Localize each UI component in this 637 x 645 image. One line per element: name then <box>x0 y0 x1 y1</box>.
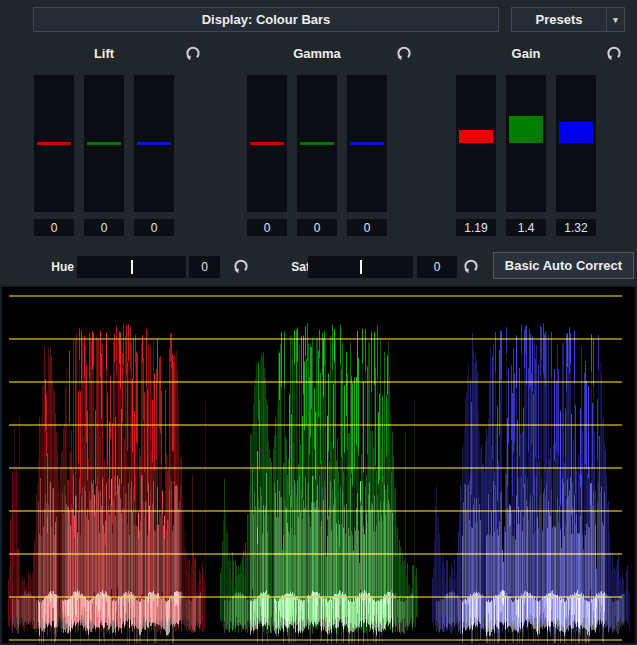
sat-label: Sat <box>276 256 310 278</box>
slider-level-mark <box>509 116 543 143</box>
gain-reset-icon[interactable] <box>605 44 623 62</box>
lift-red-slider[interactable] <box>34 75 74 212</box>
presets-label: Presets <box>512 8 606 31</box>
sat-slider-thumb[interactable] <box>360 260 362 274</box>
hue-slider-thumb[interactable] <box>131 260 133 274</box>
slider-level-mark <box>350 142 384 145</box>
hue-reset-icon[interactable] <box>232 257 250 275</box>
gamma-blue-slider[interactable] <box>347 75 387 212</box>
chevron-down-icon[interactable]: ▾ <box>607 8 624 31</box>
gain-red-value[interactable]: 1.19 <box>456 219 496 236</box>
gamma-reset-icon[interactable] <box>395 44 413 62</box>
waveform-canvas <box>0 285 637 645</box>
slider-level-mark <box>459 130 493 143</box>
gain-green-value[interactable]: 1.4 <box>506 219 546 236</box>
gamma-section-label: Gamma <box>247 46 387 61</box>
hue-label: Hue <box>40 256 74 278</box>
basic-auto-correct-button[interactable]: Basic Auto Correct <box>493 252 634 279</box>
lift-reset-icon[interactable] <box>184 44 202 62</box>
sat-value[interactable]: 0 <box>417 256 457 278</box>
gamma-green-slider[interactable] <box>297 75 337 212</box>
gamma-red-value[interactable]: 0 <box>247 219 287 236</box>
gamma-green-value[interactable]: 0 <box>297 219 337 236</box>
gain-green-slider[interactable] <box>506 75 546 212</box>
lift-blue-value[interactable]: 0 <box>134 219 174 236</box>
basic-auto-correct-label: Basic Auto Correct <box>505 258 622 273</box>
gain-section-label: Gain <box>456 46 596 61</box>
hue-slider[interactable] <box>77 256 186 278</box>
slider-level-mark <box>250 142 284 145</box>
slider-level-mark <box>300 142 334 145</box>
gamma-red-slider[interactable] <box>247 75 287 212</box>
slider-level-mark <box>37 142 71 145</box>
presets-button[interactable]: Presets ▾ <box>511 7 625 32</box>
display-mode-button[interactable]: Display: Colour Bars <box>33 7 499 32</box>
hue-value[interactable]: 0 <box>189 256 220 278</box>
slider-level-mark <box>87 142 121 145</box>
gain-red-slider[interactable] <box>456 75 496 212</box>
lift-section-label: Lift <box>34 46 174 61</box>
lift-blue-slider[interactable] <box>134 75 174 212</box>
gain-blue-value[interactable]: 1.32 <box>556 219 596 236</box>
lift-green-value[interactable]: 0 <box>84 219 124 236</box>
display-mode-label: Display: Colour Bars <box>202 12 331 27</box>
slider-level-mark <box>137 142 171 145</box>
gamma-blue-value[interactable]: 0 <box>347 219 387 236</box>
gain-blue-slider[interactable] <box>556 75 596 212</box>
colour-correction-panel: Display: Colour Bars Presets ▾ Lift Gamm… <box>0 0 637 645</box>
sat-reset-icon[interactable] <box>462 257 480 275</box>
lift-red-value[interactable]: 0 <box>34 219 74 236</box>
lift-green-slider[interactable] <box>84 75 124 212</box>
sat-slider[interactable] <box>308 256 413 278</box>
slider-level-mark <box>559 122 593 144</box>
